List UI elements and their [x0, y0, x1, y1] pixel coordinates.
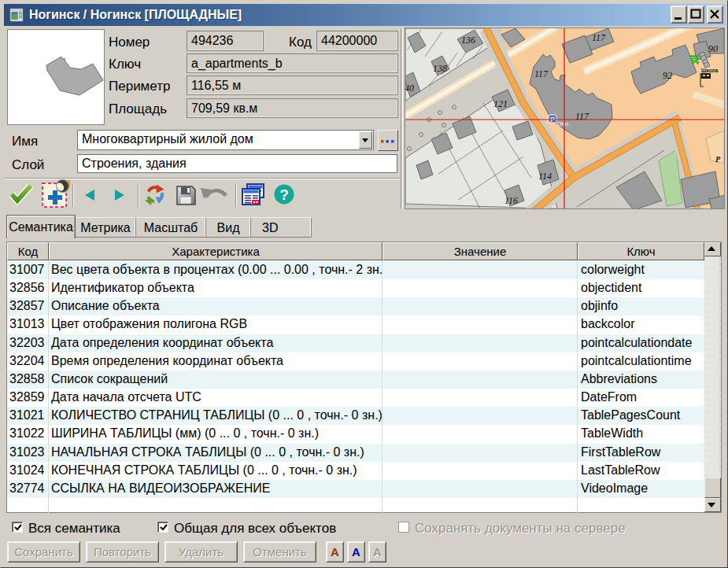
svg-text:136: 136 — [461, 35, 475, 46]
svg-text:121: 121 — [493, 98, 508, 109]
svg-text:Ohn: Ohn — [556, 120, 568, 127]
svg-text:90: 90 — [708, 43, 718, 54]
svg-text:92: 92 — [663, 70, 672, 81]
svg-text:?: ? — [279, 186, 289, 203]
svg-text:114: 114 — [538, 171, 552, 182]
svg-text:40: 40 — [405, 83, 414, 94]
svg-text:117: 117 — [575, 111, 589, 122]
svg-text:117: 117 — [534, 68, 549, 79]
svg-text:Школа: Школа — [701, 68, 719, 73]
svg-text:117: 117 — [592, 32, 606, 43]
svg-text:116: 116 — [504, 195, 518, 206]
svg-text:P: P — [715, 155, 721, 164]
svg-text:138: 138 — [433, 63, 447, 74]
